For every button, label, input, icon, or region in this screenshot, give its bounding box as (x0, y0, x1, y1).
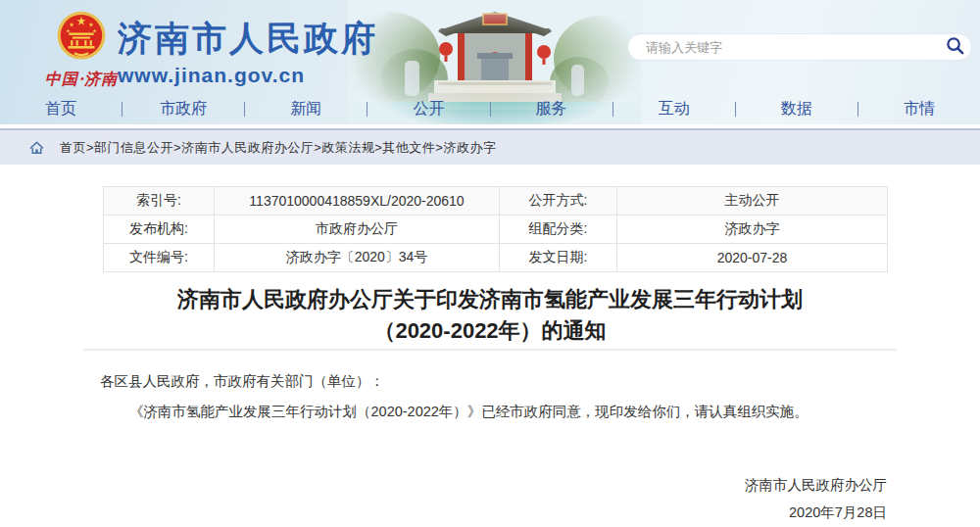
nav-item-services[interactable]: 服务 (491, 99, 612, 120)
info-label-index: 索引号: (104, 187, 215, 216)
article-body: 《济南市氢能产业发展三年行动计划（2020-2022年）》已经市政府同意，现印发… (100, 400, 894, 423)
title-divider (83, 349, 897, 351)
search-icon (946, 36, 964, 58)
info-value-issue-date: 2020-07-28 (617, 244, 888, 272)
national-emblem-icon (53, 51, 110, 68)
search-box (627, 33, 972, 61)
nav-item-interact[interactable]: 互动 (613, 99, 735, 120)
page: 中国·济南 济南市人民政府 www.jinan.gov.cn 首页 (0, 0, 980, 527)
search-button[interactable] (938, 34, 971, 60)
nav-item-data[interactable]: 数据 (736, 99, 858, 120)
nav-item-cityinfo[interactable]: 市情 (858, 99, 980, 120)
page-title-line1: 济南市人民政府办公厅关于印发济南市氢能产业发展三年行动计划 (0, 284, 980, 315)
search-input[interactable] (628, 35, 938, 59)
nav-item-government[interactable]: 市政府 (122, 99, 244, 120)
info-value-index: 1137010000418859XL/2020-20610 (215, 187, 500, 216)
nav-item-open[interactable]: 公开 (368, 99, 489, 120)
table-row: 索引号: 1137010000418859XL/2020-20610 公开方式:… (104, 187, 888, 216)
breadcrumb: 首页>部门信息公开>济南市人民政府办公厅>政策法规>其他文件>济政办字 (0, 128, 980, 165)
breadcrumb-path[interactable]: 首页>部门信息公开>济南市人民政府办公厅>政策法规>其他文件>济政办字 (60, 139, 496, 157)
document-info-table: 索引号: 1137010000418859XL/2020-20610 公开方式:… (103, 186, 888, 272)
page-title: 济南市人民政府办公厅关于印发济南市氢能产业发展三年行动计划 （2020-2022… (0, 284, 980, 347)
info-label-issue-date: 发文日期: (500, 244, 617, 272)
info-label-open-method: 公开方式: (500, 187, 617, 216)
signature-date: 2020年7月28日 (0, 503, 887, 522)
info-value-issuer: 市政府办公厅 (215, 216, 500, 244)
info-label-category: 组配分类: (500, 216, 617, 244)
page-title-line2: （2020-2022年）的通知 (0, 315, 980, 347)
site-url[interactable]: www.jinan.gov.cn (118, 64, 378, 87)
site-title-block[interactable]: 济南市人民政府 www.jinan.gov.cn (118, 20, 378, 87)
article-salutation: 各区县人民政府，市政府有关部门（单位）： (100, 372, 894, 391)
nav-item-home[interactable]: 首页 (0, 99, 122, 120)
table-row: 文件编号: 济政办字〔2020〕34号 发文日期: 2020-07-28 (104, 244, 888, 272)
info-value-category: 济政办字 (617, 216, 888, 244)
table-row: 发布机构: 市政府办公厅 组配分类: 济政办字 (104, 216, 888, 244)
home-icon[interactable] (29, 141, 44, 155)
site-banner: 中国·济南 济南市人民政府 www.jinan.gov.cn 首页 (0, 0, 980, 124)
signature-org: 济南市人民政府办公厅 (0, 476, 887, 495)
info-label-doc-number: 文件编号: (104, 244, 215, 272)
info-value-open-method: 主动公开 (617, 187, 888, 216)
info-value-doc-number: 济政办字〔2020〕34号 (215, 244, 500, 272)
nav-item-news[interactable]: 新闻 (245, 99, 367, 120)
info-label-issuer: 发布机构: (104, 216, 215, 244)
site-name[interactable]: 济南市人民政府 (118, 20, 378, 58)
main-nav: 首页 市政府 新闻 公开 服务 互动 数据 市情 (0, 95, 980, 122)
